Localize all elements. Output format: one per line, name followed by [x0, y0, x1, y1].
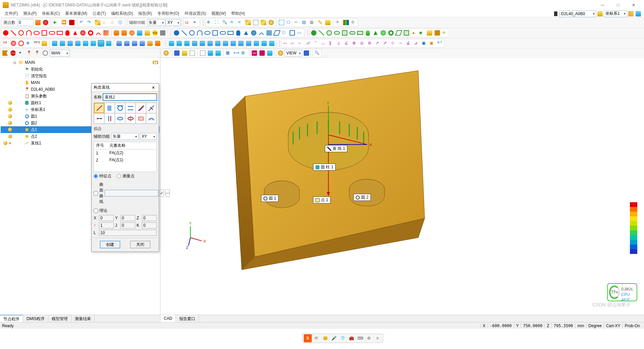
r3-align8-icon[interactable]	[105, 40, 112, 47]
status-angle[interactable]: Degree	[586, 323, 604, 328]
tol-straightness-icon[interactable]: —	[282, 40, 289, 47]
vp-globe2-icon[interactable]	[277, 49, 284, 57]
tol-angle-icon[interactable]: ∡	[405, 40, 413, 47]
run-all-icon[interactable]: ⏩	[60, 19, 68, 26]
viewport-label-line1[interactable]: 直 线 1	[325, 145, 347, 152]
viewport-label-point1[interactable]: 点 1	[313, 197, 331, 204]
tol-cylindricity-icon[interactable]: ⌭	[305, 40, 312, 47]
method-10[interactable]	[125, 113, 136, 124]
redo-icon[interactable]: ↷	[86, 19, 94, 26]
ime-toolbar[interactable]: S 中 😊 🎤 👕 🧰 ⌨ ⚙ ≡	[302, 334, 383, 343]
vp-view-combo[interactable]: VIEW	[285, 50, 302, 56]
r3-sphere-icon[interactable]	[10, 40, 17, 47]
tab-dmis-program[interactable]: DMIS程序	[23, 315, 48, 322]
tab-report-window[interactable]: 报告窗口	[176, 315, 199, 322]
r3-align5-icon[interactable]	[82, 40, 89, 47]
tool-export-icon[interactable]	[635, 10, 642, 17]
grid-icon[interactable]: ▦	[309, 19, 316, 26]
tol-symmetry-icon[interactable]: ⊜	[367, 40, 374, 47]
vp-dh1-icon[interactable]: DH	[251, 49, 258, 57]
cfeat-line-icon[interactable]	[181, 29, 188, 37]
gfeat-ellipse-icon[interactable]	[333, 29, 341, 37]
radio-feature-point[interactable]: 特征点	[94, 173, 111, 179]
probe-select[interactable]: D2L40_A0B0	[559, 10, 596, 17]
feat-arc-icon[interactable]	[25, 29, 33, 37]
cs-icon[interactable]	[596, 10, 604, 17]
r3-align3-icon[interactable]	[66, 40, 74, 47]
warning-icon[interactable]: ⚠	[109, 19, 117, 26]
aux-combo[interactable]: 矢量	[147, 19, 165, 26]
menu-help[interactable]: 帮助(H)	[229, 10, 248, 17]
feat-extra3-icon[interactable]	[159, 29, 166, 37]
run-icon[interactable]: ▶	[53, 19, 60, 26]
r3b-5-icon[interactable]	[199, 40, 206, 47]
menu-view[interactable]: 视图(W)	[209, 10, 229, 17]
performance-widget[interactable]: 77% ↑ 0.8K/s CPU 46℃	[607, 283, 637, 301]
tol-parallelism-icon[interactable]: ∥	[328, 40, 336, 47]
cfeat-arc-icon[interactable]	[196, 29, 203, 37]
move-icon[interactable]: ✥	[206, 19, 213, 26]
gfeat-cylinder-icon[interactable]	[364, 29, 371, 37]
points-input[interactable]	[17, 19, 34, 26]
menu-report[interactable]: 报告(R)	[136, 10, 155, 17]
gfeat-plane-icon[interactable]	[341, 29, 348, 37]
clip-icon[interactable]: ✂	[293, 19, 301, 26]
coord-l[interactable]	[99, 230, 157, 236]
tab-model-mgmt[interactable]: 模型管理	[48, 315, 71, 322]
status-probe[interactable]: Prob-On	[623, 323, 642, 328]
zoom-fit-icon[interactable]: ⛶	[213, 19, 221, 26]
cs-edit-icon[interactable]	[324, 19, 332, 26]
tree-compass-icon[interactable]: ✦	[17, 49, 25, 57]
wireframe-icon[interactable]	[252, 19, 259, 26]
vp-save-icon[interactable]	[173, 49, 181, 57]
points-target-icon[interactable]	[42, 19, 49, 26]
method-tangent[interactable]	[115, 103, 125, 113]
select-rect-icon[interactable]	[278, 19, 285, 26]
radio-measure-point[interactable]: 测量点	[117, 173, 135, 179]
tol-lineprofile-icon[interactable]: ⌒	[313, 40, 320, 47]
gfeat-e7-icon[interactable]: ≋	[441, 29, 449, 37]
cs-select[interactable]: 坐标系1	[604, 10, 627, 17]
gfeat-circle-icon[interactable]	[326, 29, 333, 37]
table-row[interactable]: 2FA(点1)	[94, 157, 156, 164]
feat-fis-icon[interactable]: FIS	[151, 29, 159, 37]
vp-search-icon[interactable]: 🔍	[313, 49, 321, 57]
bulb-icon[interactable]	[8, 114, 12, 118]
tree-stop-icon[interactable]: STOP	[9, 49, 17, 57]
viewport-label-circle2[interactable]: 圆 2	[353, 194, 371, 201]
gfeat-point-icon[interactable]	[310, 29, 317, 37]
elements-table[interactable]: 序号 元素名称 1FA(点2)2FA(点1)	[94, 142, 157, 172]
layer-icon[interactable]: ▤	[301, 19, 308, 26]
menu-cs[interactable]: 坐标系(C)	[39, 10, 62, 17]
menu-env[interactable]: 环境设置(S)	[182, 10, 209, 17]
coord-x[interactable]	[99, 215, 114, 221]
info-icon[interactable]: ⓘ	[117, 19, 125, 26]
ime-mic-icon[interactable]: 🎤	[330, 334, 338, 342]
sphere-icon[interactable]	[267, 19, 275, 26]
gfeat-e4-icon[interactable]: ◆	[418, 29, 426, 37]
bulb-icon[interactable]	[8, 134, 12, 138]
r3b-1-icon[interactable]	[168, 40, 175, 47]
r3-align1-icon[interactable]	[51, 40, 58, 47]
method-between[interactable]	[125, 103, 136, 113]
r3b-9-icon[interactable]	[230, 40, 237, 47]
r3b-8-icon[interactable]	[222, 40, 229, 47]
cfeat-cylinder-icon[interactable]	[235, 29, 242, 37]
tol-distance-icon[interactable]: ↔	[398, 40, 405, 47]
dir-arrow-icon[interactable]: ↑	[94, 223, 98, 228]
feat-3d-sphere-icon[interactable]	[128, 29, 136, 37]
feat-plane-icon[interactable]	[41, 29, 48, 37]
cfeat-cone-icon[interactable]	[242, 29, 250, 37]
r3b-6-icon[interactable]	[206, 40, 214, 47]
gfeat-line-icon[interactable]	[318, 29, 325, 37]
ime-tools-icon[interactable]: 🧰	[347, 334, 355, 342]
tol-surfprofile-icon[interactable]: ⌓	[320, 40, 328, 47]
ime-lang-icon[interactable]: 中	[312, 334, 320, 342]
bulb-icon[interactable]	[3, 141, 7, 145]
select-poly-icon[interactable]: ⬠	[286, 19, 293, 26]
points-adjust-icon[interactable]	[34, 19, 42, 26]
tol-position-icon[interactable]: ⊕	[351, 40, 359, 47]
feat-ellipse-icon[interactable]	[33, 29, 40, 37]
gfeat-cone-icon[interactable]	[372, 29, 379, 37]
method-12[interactable]	[146, 113, 156, 124]
